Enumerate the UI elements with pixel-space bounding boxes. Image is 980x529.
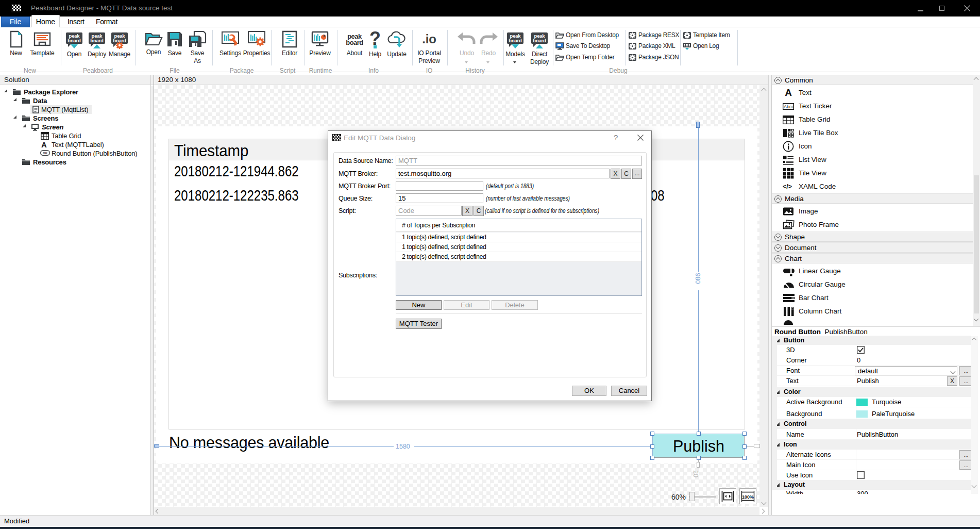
svg-text:board: board bbox=[509, 38, 522, 43]
svg-text:board: board bbox=[533, 38, 546, 43]
svg-text:100%: 100% bbox=[742, 494, 754, 500]
svg-text:board: board bbox=[90, 38, 104, 43]
svg-text:.io: .io bbox=[422, 32, 436, 46]
svg-text:board: board bbox=[67, 38, 81, 43]
svg-text:OK: OK bbox=[43, 152, 48, 155]
svg-text:Abcd: Abcd bbox=[784, 104, 794, 109]
